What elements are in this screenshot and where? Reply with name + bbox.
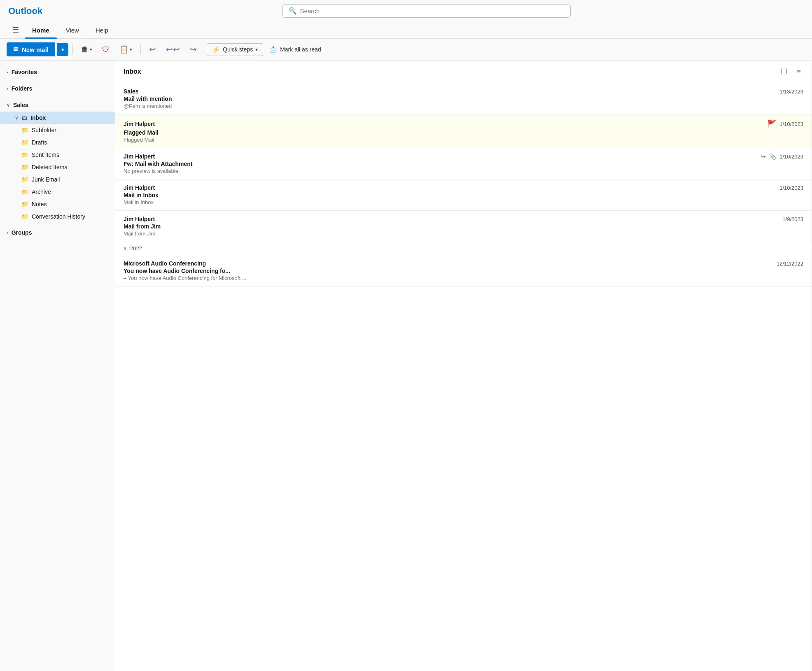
- deleted-items-label: Deleted Items: [32, 164, 67, 170]
- inbox-label: Inbox: [30, 114, 46, 121]
- mark-all-read-button[interactable]: 📩 Mark all as read: [265, 44, 326, 55]
- junk-button[interactable]: 🛡: [98, 43, 114, 56]
- chevron-down-icon-move: ▾: [130, 47, 132, 52]
- sidebar-item-subfolder[interactable]: 📁 Subfolder: [0, 124, 115, 136]
- flag-icon-e2: 🚩: [767, 119, 776, 128]
- reply-all-button[interactable]: ↩↩: [162, 42, 184, 57]
- chevron-down-icon-inbox: ∨: [15, 115, 18, 121]
- email-item-e6[interactable]: Microsoft Audio Conferencing 12/12/2022 …: [115, 255, 812, 287]
- quick-steps-label: Quick steps: [223, 46, 253, 53]
- sidebar-item-inbox[interactable]: ∨ 🗂 Inbox: [0, 112, 115, 124]
- email-meta-e4: 1/10/2023: [779, 185, 803, 191]
- email-meta-e1: 1/13/2023: [779, 89, 803, 95]
- sidebar-header-sales[interactable]: ∨ Sales: [0, 98, 115, 112]
- notes-label: Notes: [32, 201, 47, 207]
- quick-steps-button[interactable]: ⚡ Quick steps ▾: [207, 43, 263, 56]
- email-item-e5[interactable]: Jim Halpert 1/9/2023 Mail from Jim Mail …: [115, 211, 812, 242]
- sidebar-section-groups: › Groups: [0, 224, 115, 241]
- section-2022-label: 2022: [130, 245, 142, 252]
- forward-icon: ↪: [190, 44, 197, 54]
- email-item-e3[interactable]: Jim Halpert ↪ 📎 1/10/2023 Fw: Mail with …: [115, 148, 812, 179]
- attachment-icon-e3: 📎: [769, 153, 776, 160]
- app-title: Outlook: [8, 6, 42, 16]
- chevron-down-icon-2022: ∨: [124, 246, 127, 251]
- email-sender-e1: Sales: [124, 88, 139, 95]
- sidebar-header-folders[interactable]: › Folders: [0, 82, 115, 95]
- new-mail-dropdown-button[interactable]: ▾: [57, 43, 68, 56]
- sales-label: Sales: [13, 102, 28, 108]
- email-item-e1[interactable]: Sales 1/13/2023 Mail with mention @Pam i…: [115, 83, 812, 114]
- reply-icon: ↩: [149, 44, 156, 54]
- email-preview-e2: Flagged Mail: [124, 137, 803, 143]
- search-icon: 🔍: [289, 7, 297, 15]
- filter-button[interactable]: ≡: [794, 66, 803, 77]
- forward-button[interactable]: ↪: [186, 42, 201, 57]
- nav-bar: ☰ Home View Help: [0, 22, 812, 39]
- reply-all-icon: ↩↩: [166, 44, 180, 54]
- sidebar-item-deleted[interactable]: 📁 Deleted Items: [0, 161, 115, 173]
- sidebar-header-groups[interactable]: › Groups: [0, 226, 115, 239]
- folder-icon-junk: 📁: [21, 176, 28, 183]
- lightning-icon: ⚡: [212, 46, 220, 54]
- email-item-e2[interactable]: Jim Halpert 🚩 1/10/2023 Flagged Mail Fla…: [115, 114, 812, 148]
- email-meta-e2: 🚩 1/10/2023: [767, 119, 803, 128]
- chevron-down-icon-delete: ▾: [90, 47, 92, 52]
- move-icon: 📋: [119, 45, 128, 54]
- new-mail-label: New mail: [22, 46, 49, 53]
- email-item-e4[interactable]: Jim Halpert 1/10/2023 Mail in Inbox Mail…: [115, 179, 812, 211]
- chevron-down-icon: ▾: [61, 47, 64, 53]
- main-layout: › Favorites › Folders ∨ Sales ∨ 🗂 Inbox …: [0, 61, 812, 671]
- folder-icon-subfolder: 📁: [21, 127, 28, 133]
- email-sender-e6: Microsoft Audio Conferencing: [124, 260, 206, 267]
- trash-icon: 🗑: [81, 45, 89, 54]
- sidebar-item-archive[interactable]: 📁 Archive: [0, 186, 115, 198]
- tab-home[interactable]: Home: [25, 23, 57, 38]
- move-button[interactable]: 📋 ▾: [115, 42, 136, 56]
- tab-help[interactable]: Help: [88, 23, 116, 38]
- tab-view[interactable]: View: [58, 23, 86, 38]
- email-sender-e3: Jim Halpert: [124, 153, 155, 160]
- forward-indicator-icon-e3: ↪: [761, 153, 766, 160]
- email-sender-e5: Jim Halpert: [124, 216, 155, 222]
- new-mail-button[interactable]: ✉ New mail: [7, 42, 55, 56]
- folder-icon-inbox: 🗂: [21, 114, 27, 121]
- folder-icon-archive: 📁: [21, 189, 28, 195]
- sidebar-section-favorites: › Favorites: [0, 64, 115, 80]
- sidebar-section-sales: ∨ Sales ∨ 🗂 Inbox 📁 Subfolder 📁 Drafts 📁…: [0, 97, 115, 224]
- email-subject-e4: Mail in Inbox: [124, 192, 803, 198]
- folder-icon-deleted: 📁: [21, 164, 28, 170]
- sidebar-header-favorites[interactable]: › Favorites: [0, 65, 115, 79]
- section-divider-2022[interactable]: ∨ 2022: [115, 242, 812, 255]
- chevron-down-icon-sales: ∨: [7, 103, 10, 108]
- sidebar-item-conversation-history[interactable]: 📁 Conversation History: [0, 210, 115, 223]
- reply-button[interactable]: ↩: [145, 42, 160, 57]
- sidebar: › Favorites › Folders ∨ Sales ∨ 🗂 Inbox …: [0, 61, 115, 671]
- email-preview-e5: Mail from Jim: [124, 231, 803, 237]
- sent-items-label: Sent Items: [32, 151, 59, 158]
- email-panel-title: Inbox: [124, 68, 141, 75]
- email-subject-e6: You now have Audio Conferencing fo...: [124, 268, 803, 274]
- sidebar-item-sent[interactable]: 📁 Sent Items: [0, 149, 115, 161]
- email-meta-e6: 12/12/2022: [777, 261, 803, 267]
- subfolder-label: Subfolder: [32, 127, 56, 133]
- sidebar-item-junk[interactable]: 📁 Junk Email: [0, 173, 115, 186]
- email-preview-e6: – You now have Audio Conferencing for Mi…: [124, 275, 803, 281]
- sidebar-item-notes[interactable]: 📁 Notes: [0, 198, 115, 210]
- hamburger-button[interactable]: ☰: [8, 22, 23, 38]
- email-subject-e5: Mail from Jim: [124, 223, 803, 230]
- view-toggle-button[interactable]: ☐: [778, 66, 790, 77]
- envelope-read-icon: 📩: [270, 46, 277, 53]
- email-subject-e2: Flagged Mail: [124, 129, 803, 136]
- favorites-label: Favorites: [12, 69, 37, 75]
- sidebar-section-folders: › Folders: [0, 80, 115, 97]
- shield-icon: 🛡: [102, 45, 110, 54]
- search-box: 🔍: [282, 4, 571, 18]
- delete-button[interactable]: 🗑 ▾: [77, 43, 96, 56]
- email-date-e4: 1/10/2023: [779, 185, 803, 191]
- sidebar-item-drafts[interactable]: 📁 Drafts: [0, 136, 115, 149]
- folders-label: Folders: [12, 85, 33, 92]
- email-panel: Inbox ☐ ≡ Sales 1/13/2023 Mail with ment…: [115, 61, 812, 671]
- chevron-right-icon-groups: ›: [7, 230, 8, 235]
- search-input[interactable]: [300, 7, 565, 14]
- email-meta-e3: ↪ 📎 1/10/2023: [761, 153, 803, 160]
